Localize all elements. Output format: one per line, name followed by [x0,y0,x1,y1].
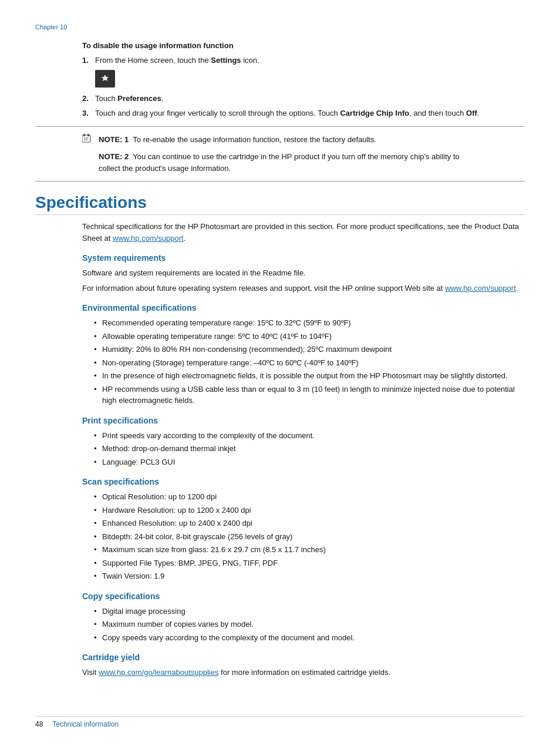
scan-list: Optical Resolution: up to 1200 dpi Hardw… [94,491,525,582]
page-footer: 48 Technical information [35,716,525,728]
hp-support-link-2[interactable]: www.hp.com/support [445,284,516,293]
system-requirements-title: System requirements [82,253,525,263]
sys-req-para1: Software and system requirements are loc… [82,267,525,279]
note-2-label: NOTE: 2 [99,152,129,161]
list-item: Copy speeds vary according to the comple… [94,632,525,644]
steps-list: 1. From the Home screen, touch the Setti… [82,55,525,66]
list-item: Maximum number of copies varies by model… [94,619,525,630]
note-icon-1 [82,134,94,147]
list-item: Method: drop-on-demand thermal inkjet [94,443,525,455]
svg-rect-3 [87,134,89,136]
copy-list: Digital image processing Maximum number … [94,606,525,644]
footer-label: Technical information [52,720,119,728]
list-item: Language: PCL3 GUI [94,456,525,468]
hp-support-link-1[interactable]: www.hp.com/support [113,234,184,243]
svg-rect-2 [83,134,85,136]
environmental-list: Recommended operating temperature range:… [94,317,525,406]
list-item: Digital image processing [94,606,525,617]
steps-list-2: 2. Touch Preferences. 3. Touch and drag … [82,93,525,119]
print-specs-title: Print specifications [82,416,525,425]
list-item: Supported File Types: BMP, JPEG, PNG, TI… [94,557,525,569]
list-item: Print speeds vary according to the compl… [94,430,525,442]
list-item: Maximum scan size from glass: 21.6 x 29.… [94,544,525,556]
step-1-num: 1. [82,55,95,66]
footer-page-number: 48 [35,720,43,728]
list-item: Allowable operating temperature range: 5… [94,331,525,342]
specs-intro: Technical specifications for the HP Phot… [82,221,525,244]
settings-icon [95,70,115,88]
step-2-text: Touch Preferences. [95,93,525,105]
specifications-title: Specifications [35,193,525,215]
cartridge-yield-title: Cartridge yield [82,653,525,662]
step-3-text: Touch and drag your finger vertically to… [95,107,525,119]
environmental-title: Environmental specifications [82,303,525,312]
disable-heading: To disable the usage information functio… [82,41,525,50]
step-2-num: 2. [82,93,95,105]
list-item: In the presence of high electromagnetic … [94,370,525,382]
sys-req-para2: For information about future operating s… [82,283,525,294]
print-list: Print speeds vary according to the compl… [94,430,525,468]
list-item: Bitdepth: 24-bit color, 8-bit grayscale … [94,531,525,543]
list-item: Twain Version: 1.9 [94,570,525,582]
divider-2 [35,181,525,182]
list-item: Hardware Resolution: up to 1200 x 2400 d… [94,505,525,516]
step-3-num: 3. [82,107,95,119]
copy-specs-title: Copy specifications [82,592,525,601]
note-1-block: NOTE: 1 To re-enable the usage informati… [82,134,478,147]
note-1-text: NOTE: 1 To re-enable the usage informati… [99,134,376,147]
chapter-label: Chapter 10 [35,23,525,31]
learnaboutsupplies-link[interactable]: www.hp.com/go/learnaboutsupplies [99,668,219,677]
list-item: Humidity: 20% to 80% RH non-condensing (… [94,344,525,355]
note-2-block: NOTE: 2 You can continue to use the cart… [82,151,478,174]
scan-specs-title: Scan specifications [82,477,525,486]
list-item: HP recommends using a USB cable less tha… [94,384,525,406]
list-item: Non-operating (Storage) temperature rang… [94,357,525,369]
list-item: Optical Resolution: up to 1200 dpi [94,491,525,503]
divider-1 [35,126,525,127]
cartridge-yield-para: Visit www.hp.com/go/learnaboutsupplies f… [82,667,525,678]
step-3: 3. Touch and drag your finger vertically… [82,107,525,119]
settings-icon-container [95,70,525,89]
step-1-text: From the Home screen, touch the Settings… [95,55,525,66]
step-1: 1. From the Home screen, touch the Setti… [82,55,525,66]
list-item: Recommended operating temperature range:… [94,317,525,329]
step-2: 2. Touch Preferences. [82,93,525,105]
list-item: Enhanced Resolution: up to 2400 x 2400 d… [94,518,525,529]
